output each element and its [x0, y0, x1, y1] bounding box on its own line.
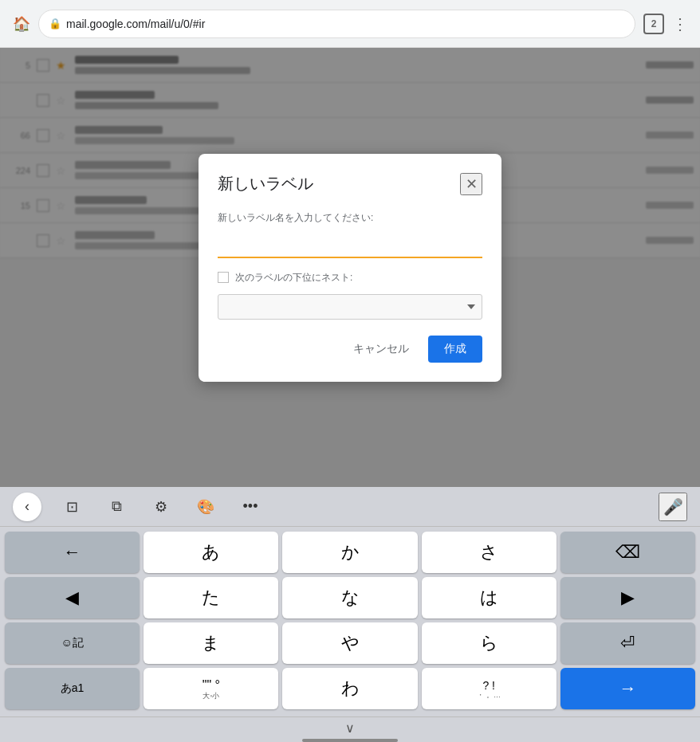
tab-count[interactable]: 2 — [643, 14, 664, 34]
browser-menu-button[interactable]: ⋮ — [672, 14, 687, 33]
lock-icon: 🔒 — [49, 18, 61, 29]
home-indicator — [302, 739, 398, 742]
keyboard-body: ← あ か さ ⌫ ◀ た な は ▶ ☺記 ま や ら ⏎ — [0, 527, 700, 716]
keyboard-row-4: あa1 "" ° 大◦小 わ ? ! ・ 。… → — [5, 668, 695, 709]
phone-frame: 🏠 🔒 mail.google.com/mail/u/0/#ir 2 ⋮ 5 ★ — [0, 0, 700, 742]
key-return[interactable]: → — [560, 668, 695, 709]
gmail-background: 5 ★ ☆ 66 — [0, 48, 700, 487]
bottom-chevron-icon[interactable]: ∨ — [345, 720, 355, 736]
modal-overlay: 新しいラベル ✕ 新しいラベル名を入力してください: 次のラベルの下位にネスト:… — [0, 48, 700, 487]
dialog-actions: キャンセル 作成 — [218, 336, 482, 363]
keyboard-toolbar: ‹ ⊡ ⧉ ⚙ 🎨 ••• 🎤 — [0, 487, 700, 527]
keyboard-settings-button[interactable]: ⚙ — [147, 493, 175, 521]
key-ha[interactable]: は — [422, 577, 556, 618]
key-mode-switch[interactable]: あa1 — [5, 668, 140, 709]
key-ka[interactable]: か — [282, 532, 417, 573]
key-emoji[interactable]: ☺記 — [5, 622, 140, 664]
keyboard-row-1: ← あ か さ ⌫ — [5, 532, 695, 573]
key-ra[interactable]: ら — [422, 622, 556, 664]
url-bar[interactable]: 🔒 mail.google.com/mail/u/0/#ir — [38, 10, 635, 38]
label-name-input[interactable] — [218, 230, 482, 258]
bottom-bar: ∨ — [0, 716, 700, 742]
key-na[interactable]: な — [282, 577, 417, 618]
nest-checkbox[interactable] — [218, 272, 229, 283]
nest-select-row — [218, 294, 482, 320]
url-text: mail.google.com/mail/u/0/#ir — [66, 18, 625, 30]
nest-checkbox-row: 次のラベルの下位にネスト: — [218, 271, 482, 285]
key-sa[interactable]: さ — [422, 532, 556, 573]
key-a[interactable]: あ — [144, 532, 278, 573]
keyboard-mic-button[interactable]: 🎤 — [659, 493, 687, 521]
input-label: 新しいラベル名を入力してください: — [218, 211, 482, 225]
key-wa[interactable]: わ — [282, 668, 417, 709]
dialog-close-button[interactable]: ✕ — [460, 173, 482, 195]
keyboard-back-button[interactable]: ‹ — [13, 493, 41, 521]
key-delete[interactable]: ⌫ — [560, 532, 695, 573]
key-ma[interactable]: ま — [144, 622, 278, 664]
key-ya[interactable]: や — [282, 622, 417, 664]
browser-bar: 🏠 🔒 mail.google.com/mail/u/0/#ir 2 ⋮ — [0, 0, 700, 48]
key-dakuten[interactable]: "" ° 大◦小 — [144, 668, 278, 709]
key-enter[interactable]: ⏎ — [560, 622, 695, 664]
keyboard-clipboard-button[interactable]: ⊡ — [57, 493, 86, 521]
dialog-header: 新しいラベル ✕ — [218, 173, 482, 195]
key-ta[interactable]: た — [144, 577, 278, 618]
key-backspace-nav[interactable]: ← — [5, 532, 140, 573]
new-label-dialog: 新しいラベル ✕ 新しいラベル名を入力してください: 次のラベルの下位にネスト:… — [199, 154, 501, 382]
create-button[interactable]: 作成 — [428, 336, 482, 363]
keyboard-area: ‹ ⊡ ⧉ ⚙ 🎨 ••• 🎤 ← あ か さ ⌫ ◀ た な — [0, 487, 700, 742]
keyboard-row-2: ◀ た な は ▶ — [5, 577, 695, 618]
home-icon[interactable]: 🏠 — [13, 15, 30, 33]
keyboard-theme-button[interactable]: 🎨 — [191, 493, 220, 521]
cancel-button[interactable]: キャンセル — [344, 336, 419, 363]
keyboard-row-3: ☺記 ま や ら ⏎ — [5, 622, 695, 664]
nest-select[interactable] — [218, 294, 482, 320]
dialog-title: 新しいラベル — [218, 173, 313, 194]
keyboard-more-button[interactable]: ••• — [236, 493, 265, 521]
key-left-arrow[interactable]: ◀ — [5, 577, 140, 618]
nest-checkbox-label: 次のラベルの下位にネスト: — [235, 271, 352, 285]
key-punct[interactable]: ? ! ・ 。… — [422, 668, 556, 709]
key-right-arrow[interactable]: ▶ — [560, 577, 695, 618]
keyboard-paste-button[interactable]: ⧉ — [102, 493, 131, 521]
